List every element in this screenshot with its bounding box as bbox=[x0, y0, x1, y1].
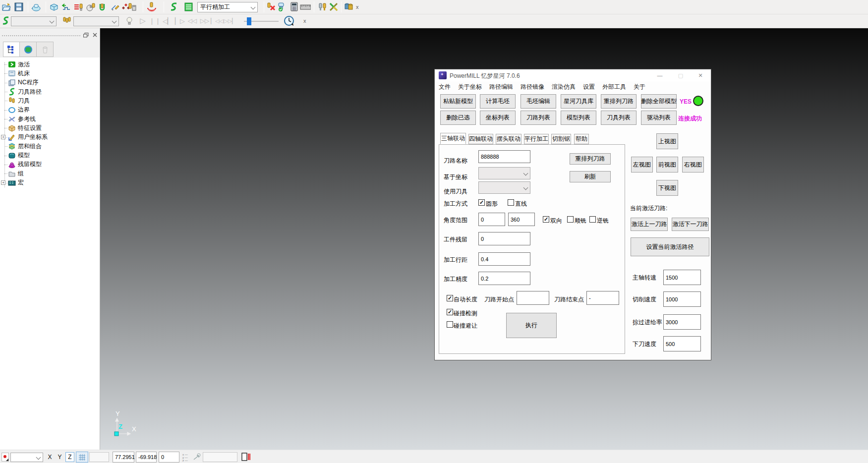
start-input[interactable] bbox=[517, 291, 549, 305]
tab-4axis[interactable]: 四轴联动 bbox=[468, 134, 493, 144]
save-icon[interactable] bbox=[13, 1, 24, 12]
bidir-checkbox[interactable]: ✓ bbox=[543, 216, 549, 223]
clipboard-icon[interactable] bbox=[241, 452, 251, 463]
menu-file[interactable]: 文件 bbox=[439, 83, 451, 91]
tree-item-2[interactable]: 机床 bbox=[7, 69, 30, 78]
tree-item-8[interactable]: 特征设置 bbox=[7, 123, 42, 132]
tree-item-11[interactable]: 模型 bbox=[7, 151, 30, 160]
coord-list-button[interactable]: 坐标列表 bbox=[480, 111, 516, 125]
view-right-button[interactable]: 右视图 bbox=[682, 157, 704, 173]
cylinder-pair-icon[interactable] bbox=[344, 1, 354, 12]
end-input[interactable]: - bbox=[586, 291, 619, 305]
view-left-button[interactable]: 左视图 bbox=[631, 157, 653, 173]
panel-close-icon[interactable] bbox=[91, 32, 98, 38]
coord-x-field[interactable]: 77.2951 bbox=[113, 452, 134, 463]
stock-edit-button[interactable]: 毛坯编辑 bbox=[521, 94, 556, 109]
tab-parallel[interactable]: 平行加工 bbox=[524, 134, 549, 144]
close-button[interactable]: ✕ bbox=[695, 71, 706, 79]
drive-list-button[interactable]: 驱动列表 bbox=[641, 111, 677, 125]
open-file-icon[interactable] bbox=[1, 1, 12, 12]
set-active-path-button[interactable]: 设置当前激活路径 bbox=[631, 237, 709, 256]
rewind-icon[interactable]: ◁◁ bbox=[187, 15, 198, 26]
coord-select[interactable] bbox=[478, 167, 530, 179]
spindle-speed-input[interactable]: 1500 bbox=[663, 270, 701, 285]
toolbar-close-icon[interactable]: x bbox=[303, 18, 306, 24]
angle-from-input[interactable]: 0 bbox=[478, 213, 505, 226]
tree-item-14[interactable]: 宏 bbox=[7, 178, 24, 187]
coord-y-field[interactable]: -69.918 bbox=[136, 452, 157, 463]
grid-toggle-button[interactable] bbox=[76, 452, 88, 463]
tool-library-button[interactable]: 星河刀具库 bbox=[561, 94, 596, 109]
stock-input[interactable]: 0 bbox=[478, 232, 530, 245]
tree-item-6[interactable]: 边界 bbox=[7, 106, 30, 115]
machining-mode-combobox[interactable]: 平行精加工 bbox=[197, 2, 258, 12]
rearrange-button[interactable]: 重排列刀路 bbox=[570, 153, 611, 165]
leads-links-icon[interactable] bbox=[98, 1, 109, 12]
statusbar-combobox[interactable] bbox=[10, 453, 43, 462]
tool-pair-icon[interactable] bbox=[317, 1, 328, 12]
tool-combobox[interactable] bbox=[73, 16, 119, 26]
tool-ball-icon[interactable] bbox=[85, 1, 96, 12]
tree-item-9[interactable]: 用户坐标系 bbox=[7, 133, 48, 142]
menu-path-mirror[interactable]: 路径镜像 bbox=[521, 83, 544, 91]
go-start-icon[interactable]: ▏◁◁ bbox=[212, 15, 223, 26]
activate-prev-button[interactable]: 激活上一刀路 bbox=[631, 218, 668, 231]
view-front-button[interactable]: 前视图 bbox=[656, 157, 678, 173]
locator-icon[interactable] bbox=[192, 453, 201, 463]
coord-z-field[interactable]: 0 bbox=[159, 452, 179, 463]
create-toolpath-icon[interactable] bbox=[61, 1, 72, 12]
step-forward-icon[interactable]: ▏▷ bbox=[174, 15, 185, 26]
collision-check-icon[interactable] bbox=[146, 1, 157, 12]
maximize-button[interactable]: ▢ bbox=[675, 71, 686, 79]
cut-x-icon[interactable] bbox=[329, 1, 340, 12]
tree-item-5[interactable]: 刀具 bbox=[7, 96, 30, 105]
delete-selected-button[interactable]: 删除已选 bbox=[440, 111, 476, 125]
play-icon[interactable]: ▷ bbox=[137, 15, 148, 26]
speed-slider-handle[interactable] bbox=[247, 17, 251, 25]
delete-all-models-button[interactable]: 删除全部模型 bbox=[641, 94, 677, 109]
tab-saw[interactable]: 切割锯 bbox=[551, 134, 571, 144]
go-end-icon[interactable]: ▷▷▏ bbox=[225, 15, 235, 26]
tree-expander-icon[interactable]: + bbox=[1, 135, 5, 139]
panel-drag-handle[interactable] bbox=[2, 35, 80, 37]
activate-next-button[interactable]: 激活下一刀路 bbox=[672, 218, 709, 231]
dialog-titlebar[interactable]: PowerMILL 忆梦星河 7.0.6 — ▢ ✕ bbox=[435, 69, 711, 81]
colavoid-checkbox[interactable] bbox=[447, 321, 453, 328]
draw-toggle-button[interactable] bbox=[1, 453, 9, 462]
strategy-form-icon[interactable] bbox=[183, 1, 194, 12]
toolbar-close-icon[interactable]: x bbox=[356, 4, 359, 10]
xyz-list-icon[interactable]: x —y —z — bbox=[182, 453, 190, 463]
tree-item-12[interactable]: 残留模型 bbox=[7, 160, 42, 169]
block-icon[interactable] bbox=[49, 1, 59, 12]
conv-checkbox[interactable] bbox=[589, 216, 596, 223]
autolen-checkbox[interactable]: ✓ bbox=[447, 295, 453, 301]
circle-checkbox[interactable]: ✓ bbox=[478, 199, 485, 206]
statusbar-field[interactable] bbox=[203, 452, 237, 462]
menu-coords[interactable]: 关于坐标 bbox=[458, 83, 482, 91]
tree-item-1[interactable]: 激活 bbox=[7, 60, 30, 69]
y-axis-button[interactable]: Y bbox=[56, 452, 64, 462]
menu-settings[interactable]: 设置 bbox=[583, 83, 595, 91]
toolpath-strategy-icon[interactable] bbox=[73, 1, 84, 12]
pause-icon[interactable]: ❘❘ bbox=[150, 15, 161, 26]
tree-item-3[interactable]: NC程序 bbox=[7, 78, 38, 87]
clock-icon[interactable] bbox=[284, 15, 294, 26]
tree-item-13[interactable]: 组 bbox=[7, 169, 24, 178]
z-axis-button[interactable]: Z bbox=[65, 452, 74, 462]
menu-ext-tools[interactable]: 外部工具 bbox=[602, 83, 626, 91]
tab-trash[interactable] bbox=[37, 42, 54, 57]
tree-item-10[interactable]: 层和组合 bbox=[7, 142, 42, 151]
tolerance-input[interactable]: 0.2 bbox=[478, 272, 530, 285]
lightbulb-icon[interactable] bbox=[124, 15, 135, 26]
tab-explorer-tree[interactable] bbox=[3, 42, 20, 57]
tool-holder-icon[interactable] bbox=[127, 1, 138, 12]
reference-line-icon[interactable] bbox=[110, 1, 121, 12]
panel-restore-icon[interactable] bbox=[82, 32, 89, 38]
line-checkbox[interactable] bbox=[508, 199, 514, 206]
tab-swivel[interactable]: 摆头联动 bbox=[496, 134, 521, 144]
menu-path-edit[interactable]: 路径编辑 bbox=[489, 83, 513, 91]
tool-delete-icon[interactable] bbox=[266, 1, 277, 12]
menu-about[interactable]: 关于 bbox=[634, 83, 645, 91]
tree-item-7[interactable]: 参考线 bbox=[7, 115, 36, 123]
tool-select[interactable] bbox=[478, 181, 530, 194]
